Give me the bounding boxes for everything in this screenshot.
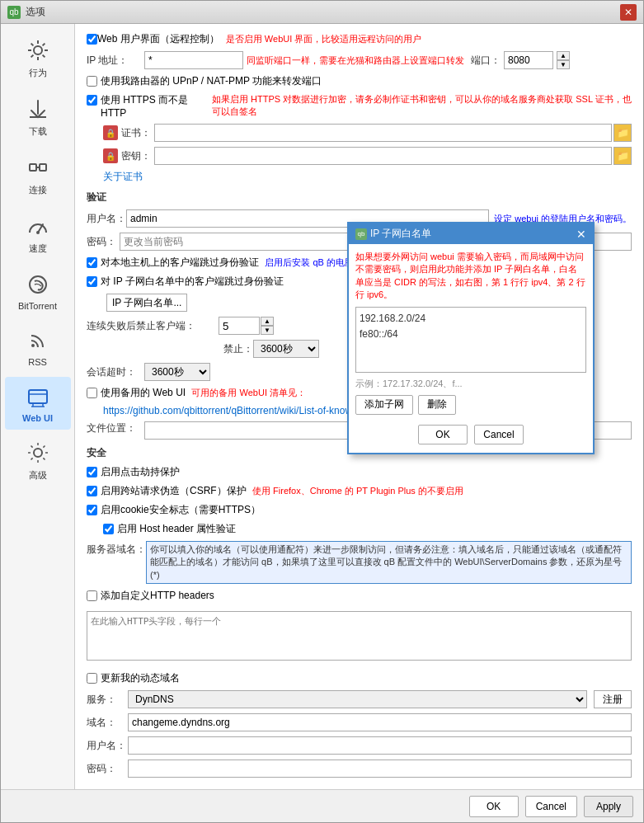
ddns-pass-input[interactable] [128,760,632,778]
ip-input[interactable] [144,51,243,69]
main-panel: Web 用户界面（远程控制） 是否启用 WebUI 界面，比较适用远程访问的用户… [75,24,643,789]
session-timeout-select[interactable]: 3600秒 [144,363,210,381]
port-input[interactable] [504,51,553,69]
app-icon: qb [7,6,21,19]
sidebar-item-webui[interactable]: Web UI [5,377,71,430]
domain-name-label: 域名： [87,716,128,730]
ip-whitelist-popup: qb IP 子网白名单 ✕ 如果想要外网访问 webui 需要输入密码，而局域网… [347,222,595,454]
https-info: 如果启用 HTTPS 对数据进行加密，请务必制作证书和密钥，可以从你的域名服务商… [212,93,632,118]
webui-icon [25,383,51,410]
csrf-label: 启用跨站请求伪造（CSRF）保护 使用 Firefox、Chrome 的 PT … [101,484,463,498]
gear-icon [25,37,51,63]
register-button[interactable]: 注册 [594,690,632,708]
sidebar-item-speed[interactable]: 速度 [5,206,71,261]
sidebar-item-connection[interactable]: 连接 [5,148,71,203]
session-label: 会话超时： [87,365,144,379]
domain-name-input[interactable] [128,713,632,731]
port-down-btn[interactable]: ▼ [557,60,570,69]
domain-input[interactable]: 你可以填入你的域名（可以使用通配符）来进一步限制访问，但请务必注意：填入域名后，… [146,541,632,584]
https-label: 使用 HTTPS 而不是 HTTP [101,93,205,119]
webui-enable-label: Web 用户界面（远程控制） [97,32,219,46]
clickjack-checkbox[interactable] [87,467,97,477]
svg-point-7 [31,344,35,347]
sidebar-item-bittorrent[interactable]: BitTorrent [5,265,71,317]
ip-whitelist-button[interactable]: IP 子网白名单... [106,294,187,312]
sidebar-item-rss[interactable]: RSS [5,321,71,374]
alt-webui-checkbox[interactable] [87,388,97,398]
main-window: qb 选项 ✕ 行为 [0,0,644,823]
webui-enable-text: Web 用户界面（远程控制） [97,32,219,46]
title-bar: qb 选项 ✕ [1,1,643,24]
svg-point-0 [34,46,42,54]
ban2-label: 禁止： [87,342,253,356]
delete-subnet-button[interactable]: 删除 [418,395,456,415]
cookie-checkbox[interactable] [87,505,97,515]
svg-rect-2 [40,164,46,171]
bypass-local-checkbox[interactable] [87,257,97,268]
ban-up-btn[interactable]: ▲ [261,317,274,326]
nat-checkbox[interactable] [87,76,97,87]
ddns-section: 更新我的动态域名 服务： DynDNS 注册 域名： 用户名： [87,671,632,778]
domain-label: 服务器域名： [87,541,146,557]
username-label: 用户名： [87,212,126,226]
https-checkbox[interactable] [87,95,97,106]
domain-name-row: 域名： [87,713,632,731]
ip-address-row: IP 地址： 同监听端口一样，需要在光猫和路由器上设置端口转发 端口： ▲ ▼ [87,51,632,69]
ip-list-item-1: 192.168.2.0/24 [360,311,582,327]
sidebar-label-advanced: 高级 [29,469,47,482]
ddns-checkbox[interactable] [87,673,97,684]
ban-input[interactable] [219,317,260,335]
host-header-checkbox[interactable] [103,524,114,534]
rss-icon [25,327,51,354]
webui-enable-checkbox[interactable] [87,34,97,45]
advanced-icon [25,440,51,466]
cert-row: 🔒 证书： 📁 [103,124,632,142]
ip-list-item-2: fe80::/64 [360,327,582,342]
bypass-ip-checkbox[interactable] [87,276,97,287]
sidebar-item-advanced[interactable]: 高级 [5,433,71,488]
cert-browse-btn[interactable]: 📁 [613,124,632,142]
svg-point-13 [34,449,42,457]
clickjack-label: 启用点击劫持保护 [101,465,180,479]
host-header-row: 启用 Host header 属性验证 [103,522,632,536]
service-select[interactable]: DynDNS [128,690,587,708]
svg-rect-1 [30,164,36,171]
ddns-row: 更新我的动态域名 [87,671,632,685]
popup-close-button[interactable]: ✕ [576,228,586,241]
sidebar-item-behavior[interactable]: 行为 [5,31,71,86]
popup-example: 示例：172.17.32.0/24、f... [355,378,586,390]
ddns-pass-row: 密码： [87,760,632,778]
ok-button[interactable]: OK [469,796,519,817]
ban-down-btn[interactable]: ▼ [261,326,274,335]
custom-headers-checkbox[interactable] [87,590,97,601]
popup-ip-list: 192.168.2.0/24 fe80::/64 [355,307,586,373]
popup-actions: 添加子网 删除 [355,395,586,415]
bittorrent-icon [25,271,51,298]
popup-ok-button[interactable]: OK [418,425,468,444]
key-icon: 🔒 [103,148,118,163]
ip-info-text: 同监听端口一样，需要在光猫和路由器上设置端口转发 [247,54,464,67]
auth-title: 验证 [87,190,632,205]
apply-button[interactable]: Apply [584,796,633,817]
key-input[interactable] [154,147,612,165]
file-loc-label: 文件位置： [87,421,144,435]
popup-cancel-button[interactable]: Cancel [474,425,524,444]
sidebar-label-connection: 连接 [29,184,47,196]
port-up-btn[interactable]: ▲ [557,51,570,60]
bottom-bar: OK Cancel Apply [1,789,643,822]
add-subnet-button[interactable]: 添加子网 [355,395,413,415]
nat-row: 使用我路由器的 UPnP / NAT-PMP 功能来转发端口 [87,74,632,88]
cert-input[interactable] [154,124,612,142]
speed-icon [25,213,51,239]
cert-link[interactable]: 关于证书 [103,170,632,184]
http-headers-textarea[interactable] [87,611,632,661]
csrf-checkbox[interactable] [87,486,97,496]
custom-headers-row: 添加自定义HTTP headers [87,589,632,603]
sidebar-item-download[interactable]: 下载 [5,89,71,144]
popup-body: 如果想要外网访问 webui 需要输入密码，而局域网中访问不需要密码，则启用此功… [349,244,593,453]
close-button[interactable]: ✕ [620,4,637,21]
key-browse-btn[interactable]: 📁 [613,147,632,165]
ban-duration-select[interactable]: 3600秒 [253,340,319,358]
ddns-user-input[interactable] [128,736,632,755]
cancel-button[interactable]: Cancel [525,796,577,817]
